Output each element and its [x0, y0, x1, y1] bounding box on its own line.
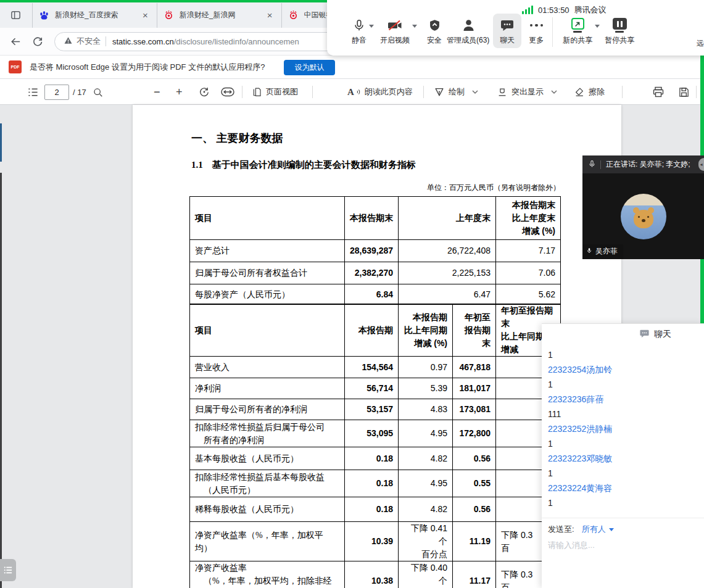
highlight-button[interactable]: 突出显示 [497, 79, 557, 105]
chat-sender-link[interactable]: 22323252洪静楠 [548, 421, 704, 436]
read-aloud-button[interactable]: A 朗读此页内容 [347, 79, 413, 105]
collapse-handle-icon[interactable]: ◂ [698, 158, 704, 171]
send-to-caret-icon[interactable] [609, 528, 614, 531]
table-cell: 4.82 [399, 497, 453, 522]
rotate-icon[interactable] [199, 79, 210, 105]
table-cell: 每股净资产（人民币元） [190, 284, 345, 305]
header-cell: 年初至 报告期末 [453, 304, 496, 357]
start-video-button[interactable]: 开启视频 [380, 17, 410, 44]
print-icon[interactable] [652, 79, 665, 105]
search-icon[interactable] [93, 79, 103, 105]
page-number-input[interactable] [44, 85, 69, 100]
browser-tab[interactable]: 新浪财经_百度搜索 × [32, 3, 157, 28]
table-cell: 172,800 [453, 420, 496, 447]
screen: 新浪财经_百度搜索 × 新浪财经_新浪网 × 中国银行 [0, 0, 704, 588]
signal-strength-icon [522, 6, 533, 14]
fit-width-icon[interactable] [221, 79, 234, 105]
divider [423, 86, 424, 98]
security-label: 不安全 [77, 36, 101, 47]
share-options-caret[interactable] [595, 25, 600, 28]
mute-options-caret[interactable] [369, 25, 374, 28]
manage-members-button[interactable]: 管理成员(63) [447, 17, 489, 44]
remote-control-button[interactable]: 远 [697, 38, 704, 49]
microphone-icon [586, 247, 592, 256]
table-cell: 净利润 [190, 378, 345, 399]
meeting-toolbar: 01:53:50 腾讯会议 静音 开启视频 安全 [327, 0, 704, 56]
back-icon[interactable] [6, 32, 25, 51]
page-view-button[interactable]: 页面视图 [252, 79, 298, 105]
set-default-button[interactable]: 设为默认 [284, 60, 335, 75]
baidu-icon [39, 10, 49, 20]
video-thumbnail[interactable]: 正在讲话: 吴亦菲; 李文婷; ◂ 吴亦菲 [582, 155, 704, 259]
table-cell: 5.62 [496, 284, 561, 305]
save-icon[interactable] [678, 79, 690, 105]
outline-icon[interactable] [27, 79, 39, 105]
chat-bubble-icon [500, 17, 515, 33]
table-row: 扣除非经常性损益后基本每股收益 （人民币元）0.184.950.55 [190, 470, 561, 497]
security-button[interactable]: 安全 [427, 17, 442, 44]
send-to-selector[interactable]: 所有人 [582, 524, 606, 535]
erase-button[interactable]: 擦除 [574, 79, 605, 105]
divider [106, 36, 106, 46]
more-button[interactable]: 更多 [529, 17, 544, 44]
table-row: 营业收入154,5640.97467,818 [190, 357, 561, 378]
financial-table-income: 项目本报告期本报告期 比上年同期 增减 (%)年初至 报告期末年初至报告期末 比… [189, 304, 561, 588]
header-cell: 本报告期 [345, 304, 399, 357]
pause-share-button[interactable]: 暂停共享 [605, 17, 634, 44]
camera-off-icon [387, 17, 403, 33]
background-window-edge [0, 173, 2, 588]
tab-close-icon[interactable]: × [265, 10, 275, 20]
table-cell: 6.47 [399, 284, 496, 305]
draw-button[interactable]: 绘制 [434, 79, 478, 105]
table-cell: 0.56 [453, 497, 496, 522]
table-cell: 0.97 [399, 357, 453, 378]
table-row: 扣除非经常性损益后归属于母公司 所有者的净利润53,0954.95172,800 [190, 420, 561, 447]
table-cell: 下降 0.40 个 百分点 [399, 561, 453, 588]
pdf-sidebar-toggle-button[interactable] [0, 559, 16, 581]
table-cell: 53,095 [345, 420, 399, 447]
new-share-button[interactable]: 新的共享 [563, 17, 592, 44]
speaking-bar: 正在讲话: 吴亦菲; 李文婷; ◂ [582, 155, 704, 173]
table-cell: 6.84 [345, 284, 399, 305]
table-cell: 下降 0.41 个 百分点 [399, 522, 453, 561]
table-cell: 0.18 [345, 470, 399, 497]
table-cell: 资产总计 [190, 240, 345, 262]
table-cell: 2,382,270 [345, 262, 399, 284]
table-row: 项目本报告期本报告期 比上年同期 增减 (%)年初至 报告期末年初至报告期末 比… [190, 304, 561, 357]
table-row: 归属于母公司所有者权益合计2,382,2702,225,1537.06 [190, 262, 561, 284]
chat-sender-link[interactable]: 22323254汤加铃 [548, 362, 704, 377]
chat-sender-link[interactable]: 22323223邓晓敏 [548, 451, 704, 466]
refresh-icon[interactable] [28, 32, 47, 51]
tab-close-icon[interactable]: × [140, 10, 151, 20]
chat-message-input[interactable] [548, 540, 690, 550]
mute-button[interactable]: 静音 [352, 17, 366, 44]
table-cell: 营业收入 [190, 357, 345, 378]
zoom-in-icon[interactable]: + [176, 79, 183, 105]
table-cell: 11.19 [453, 522, 496, 561]
microphone-icon [588, 159, 596, 170]
header-cell: 本报告期 比上年同期 增减 (%) [399, 304, 453, 357]
sina-icon [288, 10, 299, 20]
member-icon [461, 17, 476, 33]
table-cell: 4.95 [399, 470, 453, 497]
chat-sender-link[interactable]: 22323236薛蓓 [548, 392, 704, 407]
chat-button[interactable]: 聊天 [493, 14, 521, 48]
meeting-status: 01:53:50 腾讯会议 [522, 4, 607, 15]
chat-panel-header: 聊天 [542, 324, 704, 345]
browser-tab[interactable]: 新浪财经_新浪网 × [157, 3, 281, 28]
header-cell: 本报告期末 比上年度末 增减 (%) [496, 197, 561, 240]
highlight-icon [497, 86, 508, 97]
background-window-edge [0, 123, 2, 162]
zoom-out-icon[interactable]: − [154, 79, 160, 105]
video-options-caret[interactable] [412, 25, 417, 28]
divider [312, 86, 313, 98]
chat-sender-link[interactable]: 22323224黄海容 [548, 481, 704, 495]
participant-name: 吴亦菲 [595, 246, 618, 257]
tab-workspaces-icon[interactable] [5, 7, 26, 24]
table-cell: 0.55 [453, 470, 496, 497]
table-row: 归属于母公司所有者的净利润53,1574.83173,081 [190, 399, 561, 420]
pdf-file-icon: PDF [9, 60, 22, 73]
chevron-down-icon [551, 90, 557, 94]
table-row: 基本每股收益（人民币元）0.184.820.56 [190, 447, 561, 470]
divider [600, 160, 601, 169]
